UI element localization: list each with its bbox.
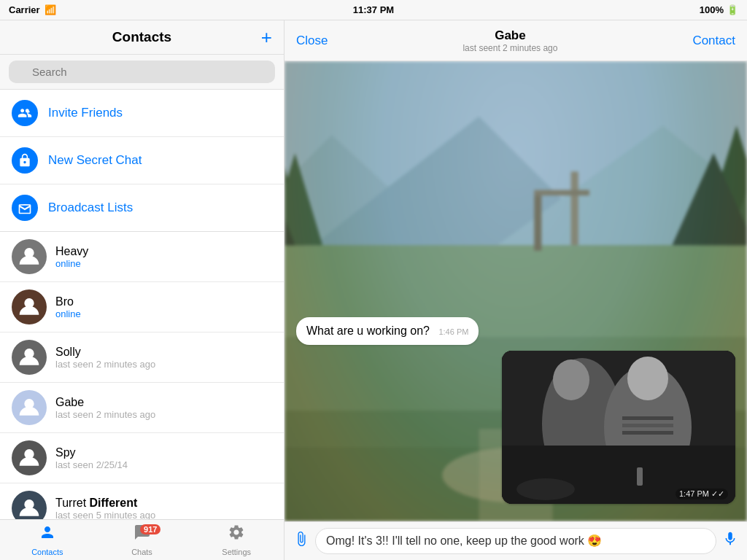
contact-status-heavy: online bbox=[55, 258, 272, 269]
input-bar bbox=[285, 521, 747, 561]
settings-tab-icon bbox=[228, 524, 245, 545]
menu-items: Invite Friends New Secret Chat Broadcast… bbox=[0, 90, 284, 232]
image-bubble: 1:47 PM ✓✓ bbox=[502, 351, 735, 504]
status-bar: Carrier 📶 11:37 PM 100% 🔋 bbox=[0, 0, 747, 20]
contact-name-gabe: Gabe bbox=[55, 396, 272, 409]
wifi-icon: 📶 bbox=[44, 4, 56, 15]
contacts-header: Contacts + bbox=[0, 20, 284, 55]
main-layout: Contacts + 🔍 Invite Friends bbox=[0, 20, 747, 560]
chat-messages: What are u working on? 1:46 PM bbox=[285, 61, 747, 521]
svg-point-31 bbox=[627, 357, 668, 400]
carrier-label: Carrier bbox=[9, 4, 40, 15]
contact-item-spy[interactable]: Spy last seen 2/25/14 bbox=[0, 433, 284, 483]
add-contact-button[interactable]: + bbox=[261, 28, 272, 47]
status-bar-right: 100% 🔋 bbox=[700, 4, 738, 15]
chat-header-info: Gabe last seent 2 minutes ago bbox=[462, 28, 557, 53]
tab-contacts[interactable]: Contacts bbox=[0, 520, 95, 560]
contact-status-spy: last seen 2/25/14 bbox=[55, 459, 272, 470]
tab-bar: Contacts 917 Chats Settings bbox=[0, 519, 284, 560]
contact-info-spy: Spy last seen 2/25/14 bbox=[55, 446, 272, 470]
contact-item-bro[interactable]: Bro online bbox=[0, 282, 284, 332]
photo-content bbox=[502, 351, 735, 504]
svg-rect-34 bbox=[622, 416, 673, 420]
contacts-title: Contacts bbox=[112, 29, 171, 45]
secret-chat-icon bbox=[12, 147, 38, 174]
contact-status-turret: last seen 5 minutes ago bbox=[55, 510, 272, 520]
svg-rect-36 bbox=[622, 431, 673, 435]
checkmarks: ✓✓ bbox=[711, 489, 724, 498]
search-bar: 🔍 bbox=[0, 55, 284, 90]
message-row-1: What are u working on? 1:46 PM bbox=[296, 317, 735, 345]
tab-settings[interactable]: Settings bbox=[189, 520, 284, 560]
contact-status-bro: online bbox=[55, 308, 272, 319]
left-panel: Contacts + 🔍 Invite Friends bbox=[0, 20, 285, 560]
message-bubble-1: What are u working on? 1:46 PM bbox=[296, 317, 479, 345]
search-wrap: 🔍 bbox=[9, 61, 275, 83]
contact-name-turret: Turret Different bbox=[55, 497, 272, 510]
status-bar-left: Carrier 📶 bbox=[9, 4, 56, 15]
settings-tab-label: Settings bbox=[222, 548, 251, 556]
contact-name-solly: Solly bbox=[55, 346, 272, 359]
broadcast-icon bbox=[12, 195, 38, 221]
contact-info-gabe: Gabe last seen 2 minutes ago bbox=[55, 396, 272, 420]
svg-point-33 bbox=[516, 478, 575, 500]
avatar-spy bbox=[12, 440, 47, 475]
menu-item-secret[interactable]: New Secret Chat bbox=[0, 137, 284, 184]
contact-status-solly: last seen 2 minutes ago bbox=[55, 359, 272, 370]
battery-label: 100% bbox=[700, 4, 724, 15]
svg-point-30 bbox=[553, 359, 589, 400]
battery-icon: 🔋 bbox=[727, 4, 738, 15]
chats-badge: 917 bbox=[140, 524, 160, 534]
chat-area: What are u working on? 1:46 PM bbox=[285, 61, 747, 521]
contact-item-solly[interactable]: Solly last seen 2 minutes ago bbox=[0, 332, 284, 383]
contact-item-turret[interactable]: Turret Different last seen 5 minutes ago bbox=[0, 483, 284, 519]
avatar-turret bbox=[12, 491, 47, 519]
broadcast-label: Broadcast Lists bbox=[48, 201, 133, 215]
search-input[interactable] bbox=[9, 61, 275, 83]
svg-rect-35 bbox=[622, 424, 673, 427]
secret-chat-label: New Secret Chat bbox=[48, 153, 142, 168]
contact-info-turret: Turret Different last seen 5 minutes ago bbox=[55, 497, 272, 520]
invite-friends-icon bbox=[12, 100, 38, 126]
contact-name-bro: Bro bbox=[55, 295, 272, 308]
contact-item-heavy[interactable]: Heavy online bbox=[0, 232, 284, 282]
chat-header: Close Gabe last seent 2 minutes ago Cont… bbox=[285, 20, 747, 61]
message-input-wrap bbox=[315, 528, 716, 555]
chat-contact-name: Gabe bbox=[462, 28, 557, 43]
message-input[interactable] bbox=[326, 534, 705, 548]
avatar-solly bbox=[12, 340, 47, 375]
svg-rect-37 bbox=[637, 467, 643, 486]
invite-friends-label: Invite Friends bbox=[48, 106, 123, 120]
contact-info-heavy: Heavy online bbox=[55, 245, 272, 269]
contacts-tab-label: Contacts bbox=[31, 548, 63, 556]
tab-chats[interactable]: 917 Chats bbox=[95, 520, 190, 560]
image-time: 1:47 PM ✓✓ bbox=[676, 489, 728, 499]
menu-item-broadcast[interactable]: Broadcast Lists bbox=[0, 184, 284, 231]
avatar-bro bbox=[12, 289, 47, 324]
chat-contact-sub: last seent 2 minutes ago bbox=[462, 43, 557, 53]
attach-button[interactable] bbox=[293, 531, 309, 551]
contact-button[interactable]: Contact bbox=[692, 34, 735, 48]
avatar-heavy bbox=[12, 239, 47, 274]
contact-list: Heavy online Bro online bbox=[0, 232, 284, 519]
contact-name-spy: Spy bbox=[55, 446, 272, 459]
chats-tab-label: Chats bbox=[131, 548, 152, 556]
avatar-gabe bbox=[12, 390, 47, 425]
message-row-2: 1:47 PM ✓✓ bbox=[296, 351, 735, 504]
contact-status-gabe: last seen 2 minutes ago bbox=[55, 409, 272, 420]
mic-button[interactable] bbox=[722, 531, 738, 551]
menu-item-invite[interactable]: Invite Friends bbox=[0, 90, 284, 137]
message-text-1: What are u working on? bbox=[306, 324, 430, 337]
contact-item-gabe[interactable]: Gabe last seen 2 minutes ago bbox=[0, 383, 284, 433]
message-time-1: 1:46 PM bbox=[438, 327, 468, 336]
status-bar-time: 11:37 PM bbox=[353, 4, 394, 15]
contact-info-solly: Solly last seen 2 minutes ago bbox=[55, 346, 272, 370]
right-panel: Close Gabe last seent 2 minutes ago Cont… bbox=[285, 20, 747, 560]
contacts-tab-icon bbox=[39, 524, 56, 545]
contact-info-bro: Bro online bbox=[55, 295, 272, 319]
contact-name-heavy: Heavy bbox=[55, 245, 272, 258]
close-button[interactable]: Close bbox=[296, 34, 328, 48]
